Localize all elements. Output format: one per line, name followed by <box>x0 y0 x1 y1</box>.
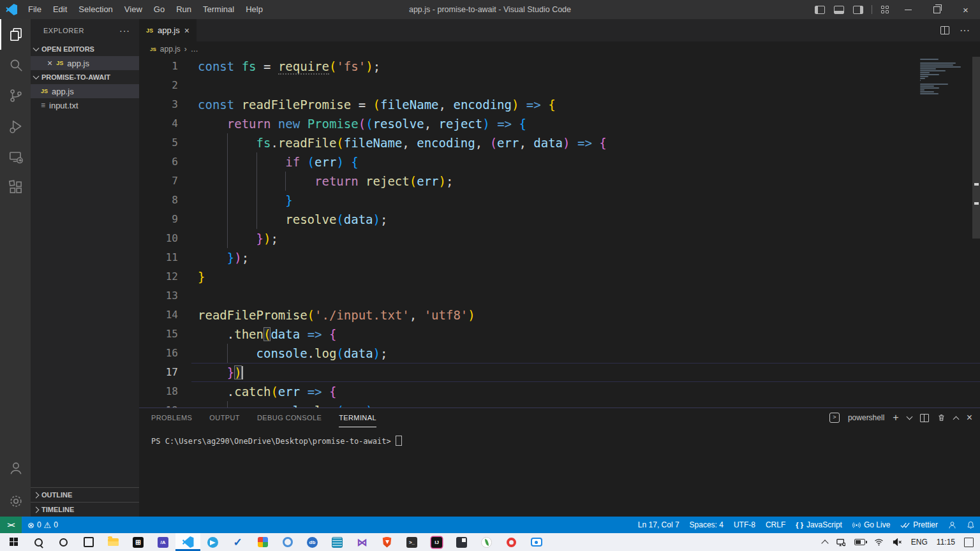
panel-tab-output[interactable]: OUTPUT <box>209 408 240 427</box>
status-language-mode[interactable]: { }JavaScript <box>791 517 847 533</box>
taskbar-notes-app-icon[interactable] <box>325 533 350 551</box>
terminal[interactable]: PS C:\Users\ag290\OneDrive\Desktop\promi… <box>139 427 980 446</box>
line-number[interactable]: 6 <box>139 152 191 172</box>
line-number[interactable]: 15 <box>139 325 191 344</box>
breadcrumb[interactable]: JS app.js › … <box>139 41 980 57</box>
taskbar-db-app-icon[interactable]: db <box>300 533 325 551</box>
line-number[interactable]: 12 <box>139 267 191 286</box>
toggle-secondary-sidebar-icon[interactable] <box>853 6 863 14</box>
taskbar-google-meet-icon[interactable] <box>250 533 275 551</box>
minimize-button[interactable] <box>894 0 923 19</box>
taskbar-dark-app-icon[interactable] <box>449 533 474 551</box>
code-line-1[interactable]: 1const fs = require('fs'); <box>139 57 980 76</box>
status-indentation[interactable]: Spaces: 4 <box>685 517 729 533</box>
line-number[interactable]: 9 <box>139 210 191 229</box>
line-number[interactable]: 3 <box>139 95 191 114</box>
code-line-15[interactable]: 15 .then(data => { <box>139 325 980 344</box>
editor-more-actions-icon[interactable]: ··· <box>960 25 970 36</box>
maximize-panel-icon[interactable] <box>953 416 959 422</box>
section-outline[interactable]: OUTLINE <box>31 487 139 502</box>
line-number[interactable]: 1 <box>139 57 191 76</box>
code-line-8[interactable]: 8 } <box>139 191 980 210</box>
code-line-19[interactable]: 19 console.log(err); <box>139 401 980 408</box>
taskbar-screen-recorder-icon[interactable] <box>524 533 549 551</box>
code-line-18[interactable]: 18 .catch(err => { <box>139 382 980 401</box>
minimap[interactable] <box>920 59 971 95</box>
taskbar-cortana-icon[interactable] <box>51 533 76 551</box>
code-line-9[interactable]: 9 resolve(data); <box>139 210 980 229</box>
line-number[interactable]: 5 <box>139 133 191 152</box>
code-line-5[interactable]: 5 fs.readFile(fileName, encoding, (err, … <box>139 133 980 152</box>
close-panel-icon[interactable]: × <box>967 413 972 423</box>
taskbar-opera-icon[interactable] <box>499 533 524 551</box>
tray-hidden-icons-icon[interactable] <box>822 539 828 546</box>
line-number[interactable]: 13 <box>139 286 191 305</box>
status-go-live[interactable]: Go Live <box>847 517 895 533</box>
explorer-more-actions-icon[interactable]: ··· <box>119 26 139 36</box>
taskbar-microsoft-store-icon[interactable]: ⊞ <box>126 533 151 551</box>
menu-edit[interactable]: Edit <box>47 0 73 19</box>
taskbar-start-icon[interactable] <box>1 533 26 551</box>
activity-search-icon[interactable] <box>0 50 31 80</box>
taskbar-intellij-idea-icon[interactable]: IJ <box>424 533 449 551</box>
open-editor-appjs[interactable]: × JS app.js <box>31 56 139 70</box>
tray-volume-muted-icon[interactable] <box>893 538 902 546</box>
code-editor[interactable]: 1const fs = require('fs');23const readFi… <box>139 57 980 408</box>
code-line-17[interactable]: 17 }) <box>139 363 980 382</box>
line-number[interactable]: 16 <box>139 344 191 363</box>
activity-explorer-icon[interactable] <box>0 19 31 50</box>
code-line-4[interactable]: 4 return new Promise((resolve, reject) =… <box>139 114 980 133</box>
taskbar-vscode-icon[interactable] <box>175 533 200 551</box>
activity-run-and-debug-icon[interactable] <box>0 111 31 142</box>
activity-source-control-icon[interactable] <box>0 80 31 111</box>
taskbar-telegram-icon[interactable] <box>200 533 225 551</box>
problems-indicator[interactable]: ⊗ 0 ⚠ 0 <box>22 520 64 530</box>
code-line-14[interactable]: 14readFilePromise('./input.txt', 'utf8') <box>139 305 980 325</box>
activity-extensions-icon[interactable] <box>0 172 31 203</box>
menu-view[interactable]: View <box>119 0 148 19</box>
taskbar-academind-icon[interactable]: /A <box>151 533 175 551</box>
line-number[interactable]: 17 <box>139 363 191 382</box>
menu-go[interactable]: Go <box>148 0 170 19</box>
activity-remote-explorer-icon[interactable] <box>0 142 31 172</box>
code-line-3[interactable]: 3const readFilePromise = (fileName, enco… <box>139 95 980 114</box>
file-input-txt[interactable]: ≡input.txt <box>31 98 139 112</box>
panel-tab-problems[interactable]: PROBLEMS <box>151 408 192 427</box>
code-line-7[interactable]: 7 return reject(err); <box>139 172 980 191</box>
close-editor-icon[interactable]: × <box>47 59 52 68</box>
tray-action-center-icon[interactable] <box>964 538 974 547</box>
file-app-js[interactable]: JSapp.js <box>31 84 139 98</box>
menu-selection[interactable]: Selection <box>73 0 118 19</box>
line-number[interactable]: 11 <box>139 248 191 267</box>
shell-label[interactable]: powershell <box>848 413 884 422</box>
section-folder[interactable]: PROMISE-TO-AWAIT <box>31 70 139 84</box>
taskbar-visual-studio-icon[interactable]: ⋈ <box>350 533 375 551</box>
menu-run[interactable]: Run <box>170 0 197 19</box>
menu-help[interactable]: Help <box>240 0 269 19</box>
split-editor-icon[interactable] <box>940 26 949 34</box>
panel-tab-terminal[interactable]: TERMINAL <box>339 408 376 427</box>
toggle-sidebar-icon[interactable] <box>815 6 825 14</box>
restore-button[interactable] <box>923 0 951 19</box>
activity-settings-icon[interactable] <box>0 486 31 517</box>
toggle-panel-icon[interactable] <box>834 6 844 14</box>
tray-wifi-icon[interactable] <box>874 538 884 546</box>
kill-terminal-icon[interactable] <box>937 413 946 422</box>
section-open-editors[interactable]: OPEN EDITORS <box>31 42 139 56</box>
taskbar-blue-check-app-icon[interactable]: ✓ <box>225 533 250 551</box>
status-encoding[interactable]: UTF-8 <box>729 517 761 533</box>
taskbar-task-view-icon[interactable] <box>76 533 101 551</box>
code-line-16[interactable]: 16 console.log(data); <box>139 344 980 363</box>
line-number[interactable]: 8 <box>139 191 191 210</box>
code-line-10[interactable]: 10 }); <box>139 229 980 248</box>
menu-terminal[interactable]: Terminal <box>197 0 240 19</box>
taskbar-file-explorer-icon[interactable] <box>101 533 126 551</box>
split-terminal-icon[interactable] <box>920 414 929 422</box>
panel-tab-debug-console[interactable]: DEBUG CONSOLE <box>257 408 322 427</box>
line-number[interactable]: 4 <box>139 114 191 133</box>
section-timeline[interactable]: TIMELINE <box>31 502 139 517</box>
line-number[interactable]: 2 <box>139 76 191 95</box>
code-line-13[interactable]: 13 <box>139 286 980 305</box>
tray-tray-app-icon[interactable] <box>836 538 845 547</box>
code-line-12[interactable]: 12} <box>139 267 980 286</box>
